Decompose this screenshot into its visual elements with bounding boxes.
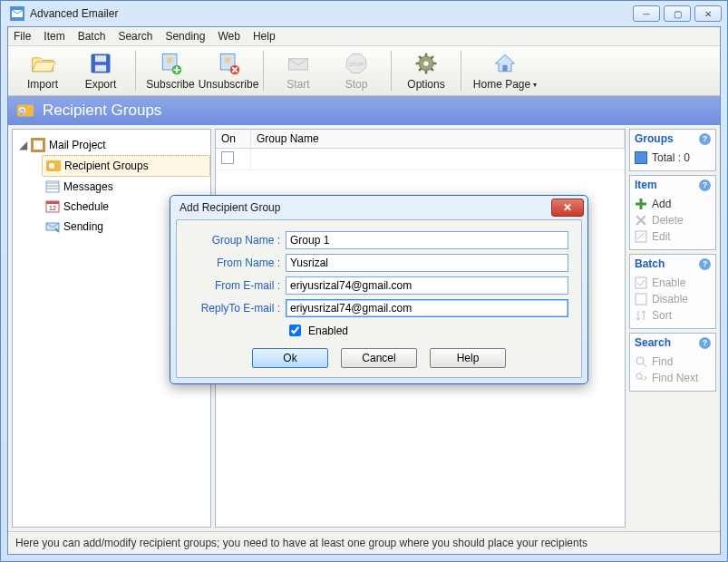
- start-label: Start: [286, 78, 309, 91]
- help-icon[interactable]: ?: [699, 258, 711, 270]
- menu-web[interactable]: Web: [218, 30, 239, 43]
- replyto-email-field[interactable]: [286, 299, 568, 317]
- folder-open-icon: [30, 51, 55, 76]
- batch-sort: Sort: [635, 307, 711, 324]
- import-label: Import: [27, 78, 58, 91]
- uncheck-icon: [635, 293, 647, 305]
- options-label: Options: [407, 78, 444, 91]
- search-find: Find: [635, 354, 711, 370]
- dialog-titlebar[interactable]: Add Recipient Group ✕: [170, 196, 587, 219]
- help-button[interactable]: Help: [430, 348, 506, 368]
- import-button[interactable]: Import: [17, 48, 68, 93]
- panel-search: Search? Find Find Next: [629, 333, 716, 392]
- groups-total: Total : 0: [652, 151, 690, 164]
- cancel-button[interactable]: Cancel: [341, 348, 417, 368]
- chevron-down-icon: ▾: [533, 81, 537, 89]
- user-remove-icon: [216, 51, 241, 76]
- recipient-groups-icon: @: [15, 101, 35, 121]
- tree-schedule-label: Schedule: [63, 200, 109, 213]
- bullet-icon: [635, 151, 647, 164]
- row-checkbox[interactable]: [221, 151, 234, 164]
- svg-text:STOP: STOP: [349, 61, 364, 67]
- calendar-icon: 12: [45, 199, 60, 214]
- tree-root[interactable]: ◢ Mail Project: [18, 135, 210, 155]
- menu-help[interactable]: Help: [253, 30, 276, 43]
- svg-text:12: 12: [49, 205, 56, 211]
- status-bar: Here you can add/modify recipient groups…: [8, 531, 720, 554]
- svg-point-21: [49, 163, 54, 169]
- recipient-groups-small-icon: [46, 159, 61, 173]
- ok-button[interactable]: Ok: [252, 348, 328, 368]
- user-add-icon: [158, 51, 183, 76]
- minimize-button[interactable]: ─: [633, 5, 660, 22]
- options-button[interactable]: Options: [401, 48, 451, 93]
- svg-rect-27: [636, 277, 646, 288]
- export-label: Export: [85, 78, 117, 91]
- help-icon[interactable]: ?: [699, 179, 711, 191]
- from-email-field[interactable]: [286, 276, 568, 295]
- enabled-checkbox[interactable]: Enabled: [286, 322, 348, 339]
- home-icon: [492, 51, 518, 76]
- help-icon[interactable]: ?: [699, 133, 711, 145]
- stop-label: Stop: [345, 78, 368, 91]
- label-from-email: From E-mail :: [189, 279, 286, 292]
- tree-root-label: Mail Project: [49, 139, 106, 151]
- menu-file[interactable]: File: [14, 30, 31, 43]
- subscribe-label: Subscribe: [146, 78, 194, 91]
- menu-sending[interactable]: Sending: [165, 30, 205, 43]
- titlebar: Advanced Emailer ─ ▢ ✕: [1, 1, 727, 26]
- stop-button[interactable]: STOP Stop: [331, 48, 382, 93]
- dialog-title: Add Recipient Group: [174, 201, 551, 214]
- help-icon[interactable]: ?: [699, 337, 711, 349]
- maximize-button[interactable]: ▢: [664, 5, 691, 22]
- search-find-next: Find Next: [635, 370, 711, 386]
- check-icon: [635, 276, 647, 289]
- side-panels: Groups? Total : 0 Item? Add Delete Edit …: [629, 129, 716, 528]
- dialog-close-button[interactable]: ✕: [551, 199, 584, 217]
- section-title: Recipient Groups: [43, 102, 161, 120]
- subscribe-button[interactable]: Subscribe: [145, 48, 196, 93]
- menu-batch[interactable]: Batch: [78, 30, 106, 43]
- batch-enable: Enable: [635, 275, 711, 291]
- svg-point-5: [167, 57, 173, 63]
- gear-icon: [413, 51, 439, 76]
- svg-text:@: @: [19, 108, 25, 114]
- svg-rect-3: [95, 65, 106, 72]
- floppy-icon: [88, 51, 113, 76]
- stop-sign-icon: STOP: [344, 51, 369, 76]
- col-group-name[interactable]: Group Name: [251, 130, 625, 148]
- homepage-label: Home Page: [473, 78, 530, 91]
- enabled-checkbox-input[interactable]: [289, 325, 301, 336]
- app-icon: [10, 6, 24, 21]
- tree-sending-label: Sending: [63, 220, 103, 233]
- item-add[interactable]: Add: [635, 196, 711, 212]
- edit-icon: [635, 230, 647, 243]
- project-icon: [31, 138, 45, 152]
- svg-point-29: [636, 357, 644, 364]
- homepage-button[interactable]: Home Page▾: [471, 48, 539, 93]
- panel-groups-title: Groups: [635, 132, 674, 145]
- add-recipient-group-dialog: Add Recipient Group ✕ Group Name : From …: [170, 195, 588, 384]
- col-on[interactable]: On: [216, 130, 251, 148]
- panel-item: Item? Add Delete Edit: [629, 175, 716, 250]
- tree-messages[interactable]: Messages: [42, 177, 210, 197]
- group-name-field[interactable]: [286, 231, 568, 249]
- tree-recipient-groups-label: Recipient Groups: [64, 160, 149, 172]
- batch-disable: Disable: [635, 291, 711, 307]
- collapse-icon[interactable]: ◢: [18, 139, 27, 151]
- label-group-name: Group Name :: [189, 234, 286, 247]
- start-button[interactable]: Start: [273, 48, 324, 93]
- tree-recipient-groups[interactable]: Recipient Groups: [42, 155, 210, 177]
- panel-groups: Groups? Total : 0: [629, 129, 716, 171]
- from-name-field[interactable]: [286, 254, 568, 272]
- close-button[interactable]: ✕: [694, 5, 722, 22]
- menu-item[interactable]: Item: [44, 30, 64, 43]
- label-from-name: From Name :: [189, 257, 286, 269]
- svg-point-8: [225, 57, 231, 63]
- table-row[interactable]: [216, 149, 625, 170]
- svg-rect-2: [95, 55, 106, 62]
- item-edit: Edit: [635, 228, 711, 245]
- unsubscribe-button[interactable]: Unsubscribe: [203, 48, 254, 93]
- export-button[interactable]: Export: [75, 48, 126, 93]
- menu-search[interactable]: Search: [118, 30, 152, 43]
